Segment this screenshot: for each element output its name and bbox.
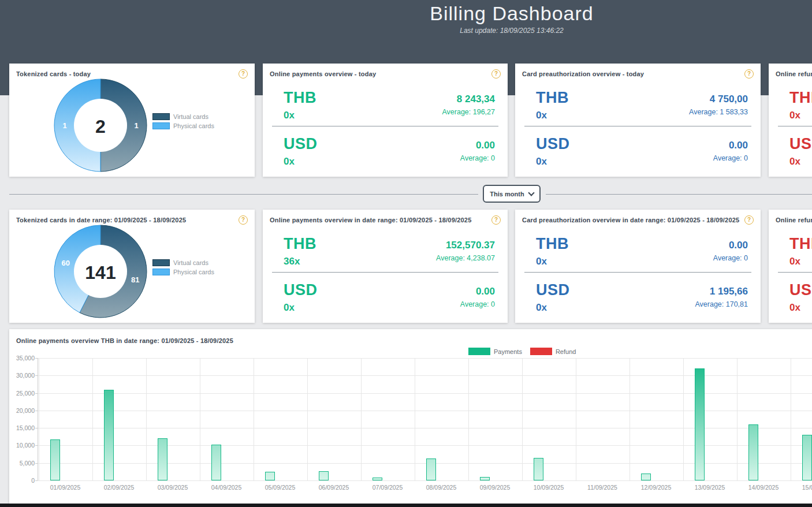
currency-label: USD <box>284 135 495 153</box>
gridline-horizontal <box>38 358 812 359</box>
card-title: Online refunds overview in date range: 0… <box>776 217 812 223</box>
average-value: Average: 4,238.07 <box>436 254 495 262</box>
help-icon[interactable]: ? <box>744 215 754 225</box>
help-icon[interactable]: ? <box>239 215 248 225</box>
help-icon[interactable]: ? <box>491 215 501 225</box>
slice-value-label: 60 <box>61 259 69 267</box>
payments-bar[interactable] <box>695 368 705 480</box>
card-title: Card preauthorization overview in date r… <box>522 217 741 223</box>
payments-bar[interactable] <box>265 472 275 480</box>
y-axis-line <box>38 358 38 480</box>
currency-label: THB <box>789 89 812 107</box>
average-value: Average: 0 <box>460 300 495 308</box>
payments-bar[interactable] <box>373 478 382 480</box>
card-title: Card preauthorization overview - today <box>522 70 741 77</box>
average-value: Average: 196,27 <box>442 108 495 116</box>
payments-bar[interactable] <box>104 390 114 480</box>
payments-bar[interactable] <box>50 439 60 480</box>
currency-section-thb: THB 0x 8 243,34 Average: 196,27 <box>284 89 495 129</box>
card-title: Online refunds overview - today <box>776 70 812 77</box>
y-axis-tick-label: 20,000 <box>9 407 35 414</box>
gridline-vertical <box>576 358 576 480</box>
section-divider <box>778 126 812 126</box>
total-value: 4 750,00 <box>710 94 748 105</box>
payments-bar[interactable] <box>211 445 221 480</box>
gridline-vertical <box>92 358 93 480</box>
x-axis-tick-label: 01/09/2025 <box>39 484 91 491</box>
donut-center-total: 2 <box>95 116 106 137</box>
gridline-vertical <box>791 358 791 480</box>
total-value: 1 195,66 <box>710 286 748 297</box>
transaction-count: 0x <box>789 110 812 121</box>
currency-label: USD <box>789 135 812 153</box>
transaction-count: 0x <box>789 302 812 314</box>
slice-value-label: 1 <box>62 121 66 130</box>
slice-value-label: 1 <box>134 121 138 130</box>
help-icon[interactable]: ? <box>744 69 754 79</box>
legend-item-virtual: Virtual cards <box>152 259 214 266</box>
gridline-vertical <box>737 358 737 480</box>
axis-tick <box>35 480 38 481</box>
currency-label: THB <box>536 235 748 253</box>
currency-section-thb: THB 0x 0.00 Average: 0 <box>536 235 748 275</box>
gridline-vertical <box>683 358 684 480</box>
help-icon[interactable]: ? <box>491 69 501 79</box>
donut-legend: Virtual cards Physical cards <box>152 259 214 278</box>
currency-section-usd: USD 0x 0.00 Average: 0 <box>536 135 748 176</box>
x-axis-tick-label: 11/09/2025 <box>576 484 628 491</box>
y-axis-tick-label: 15,000 <box>9 424 35 431</box>
total-value: 8 243,34 <box>457 94 495 105</box>
currency-label: USD <box>789 281 812 299</box>
x-axis-tick-label: 14/09/2025 <box>737 484 789 491</box>
card-online-refunds-range: Online refunds overview in date range: 0… <box>769 210 812 323</box>
x-axis-tick-label: 15/09/2025 <box>791 484 812 491</box>
x-axis-tick-label: 13/09/2025 <box>684 484 736 491</box>
average-value: Average: 0 <box>460 154 495 162</box>
payments-bar[interactable] <box>480 477 490 480</box>
payments-bar[interactable] <box>641 474 651 480</box>
payments-bar[interactable] <box>158 438 167 480</box>
y-axis-tick-label: 5,000 <box>9 460 35 467</box>
x-axis-tick-label: 06/09/2025 <box>308 484 360 491</box>
average-value: Average: 0 <box>713 254 748 262</box>
x-axis-tick-label: 09/09/2025 <box>469 484 521 491</box>
y-axis-tick-label: 30,000 <box>9 372 35 379</box>
divider-line <box>546 194 812 195</box>
payments-bar[interactable] <box>802 435 812 480</box>
legend-item-virtual: Virtual cards <box>152 113 214 120</box>
currency-section-usd: USD 0x <box>789 135 812 176</box>
section-divider <box>524 272 751 273</box>
gridline-vertical <box>630 358 630 480</box>
payments-bar[interactable] <box>748 424 758 480</box>
help-icon[interactable]: ? <box>239 69 248 79</box>
total-value: 152,570.37 <box>446 240 495 251</box>
x-axis-tick-label: 12/09/2025 <box>630 484 682 491</box>
gridline-vertical <box>307 358 308 480</box>
donut-chart-range: 8160141 <box>43 214 158 329</box>
total-value: 0.00 <box>476 140 495 151</box>
currency-label: USD <box>536 135 748 153</box>
currency-section-thb: THB 36x 152,570.37 Average: 4,238.07 <box>284 235 495 275</box>
payments-bar[interactable] <box>534 458 543 480</box>
legend-label: Physical cards <box>173 122 214 129</box>
transaction-count: 0x <box>789 156 812 167</box>
slice-value-label: 81 <box>131 275 139 284</box>
currency-section-thb: THB 0x <box>789 89 812 129</box>
gridline-vertical <box>522 358 523 480</box>
card-online-refunds-today: Online refunds overview - today ? THB 0x… <box>769 64 812 177</box>
x-axis-tick-label: 03/09/2025 <box>147 484 199 491</box>
payments-bar[interactable] <box>319 471 329 480</box>
x-axis-tick-label: 08/09/2025 <box>415 484 467 491</box>
currency-section-usd: USD 0x <box>789 281 812 322</box>
payments-bar[interactable] <box>426 458 436 480</box>
divider-line <box>9 194 478 195</box>
physical-cards-swatch <box>152 122 170 129</box>
x-axis-tick-label: 05/09/2025 <box>254 484 306 491</box>
total-value: 0.00 <box>476 286 495 297</box>
card-title: Online payments overview in date range: … <box>270 217 488 223</box>
period-select[interactable]: This month <box>483 185 541 203</box>
section-divider <box>778 272 812 273</box>
y-axis-tick-label: 35,000 <box>9 355 35 361</box>
currency-section-thb: THB 0x <box>789 235 812 275</box>
legend-label: Virtual cards <box>173 259 208 266</box>
